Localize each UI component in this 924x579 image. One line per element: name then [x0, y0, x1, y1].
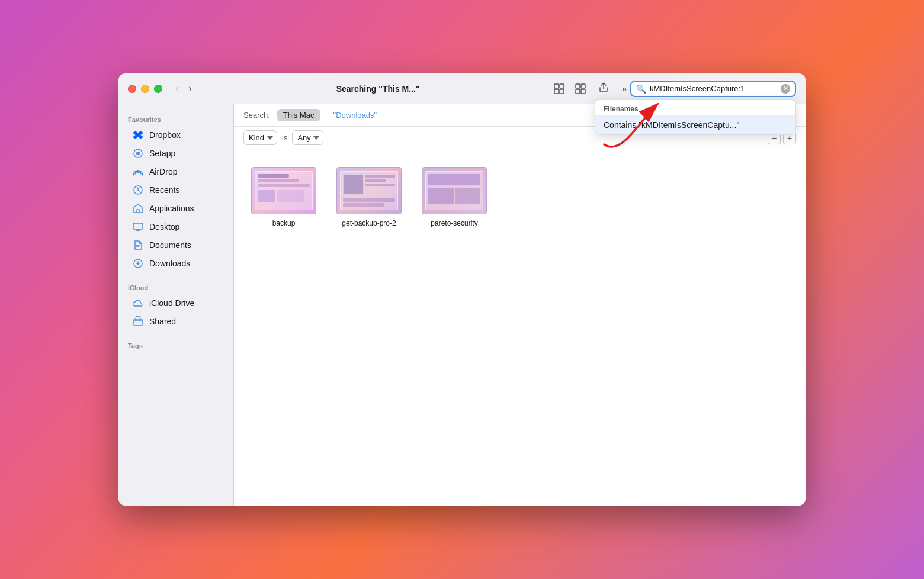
recents-label: Recents	[149, 185, 179, 195]
scope-downloads-button[interactable]: "Downloads"	[328, 109, 383, 121]
svg-point-9	[136, 152, 140, 155]
setapp-icon	[133, 148, 143, 159]
dropdown-suggestion-item[interactable]: Contains "kMDItemIsScreenCaptu..."	[595, 115, 795, 134]
list-view-button[interactable]	[572, 81, 589, 97]
recents-icon	[133, 185, 143, 195]
svg-rect-2	[554, 89, 559, 94]
sidebar: Favourites Dropbox	[118, 104, 234, 506]
file-name: backup	[272, 219, 296, 227]
title-bar: ‹ › Searching "This M..."	[118, 73, 806, 104]
airdrop-label: AirDrop	[149, 167, 177, 176]
main-content: Search: This Mac "Downloads" Kind is Any…	[234, 104, 806, 506]
search-scope-label: Search:	[243, 111, 270, 120]
applications-icon	[133, 203, 143, 214]
downloads-label: Downloads	[149, 259, 190, 268]
traffic-lights	[128, 85, 162, 93]
icloud-drive-icon	[133, 298, 143, 308]
documents-label: Documents	[149, 240, 191, 250]
dropbox-icon	[133, 130, 143, 140]
maximize-button[interactable]	[154, 85, 162, 93]
desktop-icon	[133, 221, 143, 232]
file-thumbnail	[422, 167, 487, 214]
sidebar-item-recents[interactable]: Recents	[123, 181, 229, 199]
icon-view-button[interactable]	[551, 81, 567, 97]
back-button[interactable]: ‹	[172, 80, 182, 97]
search-dropdown: Filenames Contains "kMDItemIsScreenCaptu…	[595, 99, 796, 135]
svg-rect-0	[554, 84, 559, 88]
svg-rect-3	[560, 89, 564, 94]
svg-rect-11	[133, 223, 143, 229]
search-icon: 🔍	[636, 84, 646, 94]
share-button[interactable]	[593, 80, 614, 98]
file-name: get-backup-pro-2	[342, 219, 396, 227]
files-area: backup	[234, 149, 806, 506]
favourites-header: Favourites	[118, 111, 233, 126]
sidebar-item-setapp[interactable]: Setapp	[123, 144, 229, 162]
svg-rect-7	[581, 89, 585, 94]
tags-header: Tags	[118, 337, 233, 352]
svg-rect-4	[576, 84, 580, 88]
file-thumbnail	[336, 167, 402, 214]
sidebar-item-applications[interactable]: Applications	[123, 200, 229, 217]
nav-buttons: ‹ ›	[172, 80, 195, 97]
scope-this-mac-button[interactable]: This Mac	[277, 109, 320, 121]
file-item[interactable]: get-backup-pro-2	[333, 167, 405, 227]
minimize-button[interactable]	[141, 85, 149, 93]
dropbox-label: Dropbox	[149, 130, 181, 140]
sidebar-item-documents[interactable]: Documents	[123, 236, 229, 254]
icloud-drive-label: iCloud Drive	[149, 298, 194, 308]
setapp-label: Setapp	[149, 149, 175, 158]
sidebar-item-icloud-drive[interactable]: iCloud Drive	[123, 294, 229, 312]
sidebar-item-airdrop[interactable]: AirDrop	[123, 163, 229, 181]
sidebar-item-downloads[interactable]: Downloads	[123, 255, 229, 272]
close-button[interactable]	[128, 85, 136, 93]
airdrop-icon	[133, 166, 143, 177]
shared-icon	[133, 316, 143, 327]
filter-is-label: is	[282, 133, 287, 142]
tags-section: Tags	[118, 337, 233, 352]
downloads-icon	[133, 258, 143, 269]
icloud-section: iCloud iCloud Drive	[118, 279, 233, 330]
forward-button[interactable]: ›	[185, 80, 195, 97]
desktop-label: Desktop	[149, 222, 179, 231]
documents-icon	[133, 240, 143, 250]
more-button[interactable]: »	[618, 82, 630, 96]
file-name: pareto-security	[431, 219, 477, 227]
search-bar-wrapper: 🔍 ✕ Filenames Contains "kMDItemIsScreenC…	[630, 81, 796, 97]
applications-label: Applications	[149, 204, 194, 213]
any-filter-select[interactable]: Any	[292, 130, 323, 145]
svg-rect-1	[560, 84, 564, 88]
search-input[interactable]	[650, 84, 777, 93]
thumbnail-preview	[425, 171, 483, 210]
thumbnail-preview	[255, 171, 312, 210]
file-item[interactable]: backup	[248, 167, 319, 227]
search-clear-button[interactable]: ✕	[781, 84, 790, 94]
dropdown-header: Filenames	[595, 100, 795, 115]
content-area: Favourites Dropbox	[118, 104, 806, 506]
window-title: Searching "This M..."	[205, 84, 551, 94]
kind-filter-select[interactable]: Kind	[243, 130, 277, 145]
sidebar-item-desktop[interactable]: Desktop	[123, 218, 229, 236]
icloud-header: iCloud	[118, 279, 233, 294]
sidebar-item-shared[interactable]: Shared	[123, 313, 229, 330]
thumbnail-preview	[340, 171, 397, 210]
shared-label: Shared	[149, 317, 176, 326]
svg-rect-13	[134, 319, 142, 326]
toolbar-icons: »	[551, 80, 630, 98]
svg-rect-6	[576, 89, 580, 94]
file-thumbnail	[251, 167, 316, 214]
sidebar-item-dropbox[interactable]: Dropbox	[123, 126, 229, 144]
search-bar: 🔍 ✕	[630, 81, 796, 97]
file-item[interactable]: pareto-security	[419, 167, 490, 227]
